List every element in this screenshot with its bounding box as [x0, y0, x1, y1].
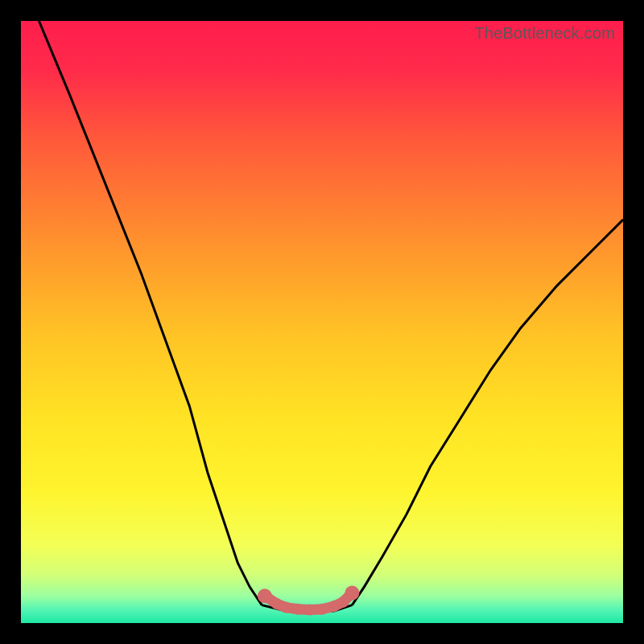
highlight-dot — [280, 602, 291, 613]
gradient-background — [21, 21, 623, 623]
highlight-dot — [345, 586, 359, 601]
highlight-dot — [304, 605, 316, 616]
watermark-text: TheBottleneck.com — [474, 24, 615, 43]
highlight-dot — [292, 604, 303, 615]
highlight-dot — [258, 588, 272, 603]
chart-svg — [21, 21, 623, 623]
highlight-dot — [316, 604, 328, 615]
chart-frame: TheBottleneck.com — [0, 0, 644, 644]
plot-area: TheBottleneck.com — [21, 21, 623, 623]
